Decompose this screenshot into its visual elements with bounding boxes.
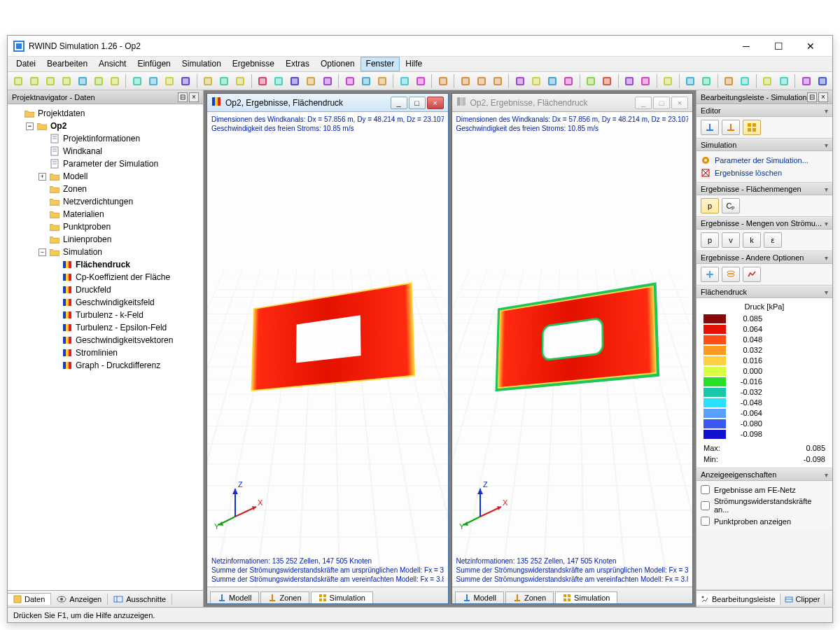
- toolbar-win-tile[interactable]: [584, 74, 598, 89]
- section-header[interactable]: Ergebnisse - Mengen von Strömu...: [701, 219, 822, 227]
- toolbar-gear-red[interactable]: [233, 74, 248, 89]
- result-btn-ε[interactable]: ε: [764, 232, 782, 248]
- toolbar-help[interactable]: [760, 74, 775, 89]
- viewport-1[interactable]: Dimensionen des Windkanals: Dx = 57.856 …: [207, 112, 448, 587]
- tree-item[interactable]: Zonen: [63, 183, 87, 195]
- toolbar-line-graph[interactable]: [512, 74, 527, 89]
- toolbar-win-cascade[interactable]: [600, 74, 615, 89]
- tree-item[interactable]: Netzverdichtungen: [63, 195, 133, 208]
- menu-fenster[interactable]: Fenster: [360, 57, 400, 71]
- tree-item[interactable]: Graph - Druckdifferenz: [76, 359, 160, 372]
- mdi-maximize-button[interactable]: □: [409, 97, 426, 109]
- toolbar-open[interactable]: [27, 74, 41, 89]
- toolbar-layers-3[interactable]: [490, 74, 505, 89]
- toolbar-measure[interactable]: [722, 74, 736, 89]
- right-tab-bearbeitungsleiste[interactable]: Bearbeitungsleiste: [696, 594, 780, 605]
- view-tab-simulation[interactable]: Simulation: [311, 592, 373, 603]
- tree-item[interactable]: Simulation: [63, 246, 102, 258]
- result-btn-v[interactable]: v: [722, 232, 740, 248]
- opt-btn-2[interactable]: [722, 267, 740, 282]
- toolbar-rotate-ccw[interactable]: [342, 74, 357, 89]
- tree-item[interactable]: Projektinformationen: [63, 132, 140, 145]
- toolbar-arrow-right[interactable]: [528, 74, 543, 89]
- mdi-minimize-button[interactable]: _: [391, 97, 407, 109]
- toolbar-screen-full[interactable]: [304, 74, 318, 89]
- toolbar-ruler[interactable]: [683, 74, 698, 89]
- toolbar-box-edges[interactable]: [272, 74, 286, 89]
- view-tab-zonen[interactable]: Zonen: [260, 592, 309, 603]
- toolbar-rotate-cw[interactable]: [358, 74, 373, 89]
- editor-btn-3[interactable]: [743, 120, 761, 135]
- section-header[interactable]: Ergebnisse - Flächenmengen: [701, 185, 802, 193]
- toolbar-expand[interactable]: [320, 74, 335, 89]
- menu-datei[interactable]: Datei: [10, 57, 41, 71]
- editor-btn-2[interactable]: [722, 120, 740, 135]
- display-check[interactable]: Strömungswiderstandskräfte an...: [701, 496, 828, 515]
- tree-item[interactable]: Punktproben: [63, 220, 111, 233]
- section-header[interactable]: Anzeigeeigenschaften: [701, 470, 776, 479]
- toolbar-save[interactable]: [43, 74, 57, 89]
- panel-pin-button[interactable]: ⊟: [807, 92, 817, 102]
- toolbar-rotate-free[interactable]: [374, 74, 389, 89]
- display-check[interactable]: Ergebnisse am FE-Netz: [701, 484, 828, 496]
- toolbar-grid[interactable]: [162, 74, 177, 89]
- menu-hilfe[interactable]: Hilfe: [400, 57, 428, 71]
- tree-item[interactable]: Windkanal: [63, 145, 102, 158]
- section-header[interactable]: Editor: [701, 106, 721, 115]
- tree-expand-icon[interactable]: −: [26, 122, 34, 130]
- nav-tab-anzeigen[interactable]: Anzeigen: [51, 594, 108, 605]
- opt-btn-3[interactable]: [743, 267, 761, 282]
- toolbar-clip-dd[interactable]: [638, 74, 653, 89]
- mdi-titlebar-2[interactable]: Op2, Ergebnisse, Flächendruck _ □ ×: [452, 94, 693, 112]
- toolbar-settings[interactable]: [699, 74, 714, 89]
- tree-item[interactable]: Geschwindigkeitsvektoren: [76, 334, 173, 346]
- toolbar-color-yellow[interactable]: [738, 74, 752, 89]
- toolbar-print[interactable]: [75, 74, 90, 89]
- view-tab-modell[interactable]: Modell: [455, 592, 504, 603]
- right-tab-clipper[interactable]: Clipper: [780, 594, 825, 605]
- toolbar-layers-2[interactable]: [474, 74, 489, 89]
- tree-item[interactable]: Materialien: [63, 208, 104, 220]
- mdi-minimize-button[interactable]: _: [635, 97, 652, 109]
- result-btn-p[interactable]: p: [701, 198, 719, 214]
- sim-params-link[interactable]: Parameter der Simulation...: [701, 154, 828, 167]
- tree-expand-icon[interactable]: +: [38, 173, 46, 181]
- tree-item[interactable]: Druckfeld: [76, 284, 111, 296]
- toolbar-mesh-wire[interactable]: [146, 74, 160, 89]
- tree-item[interactable]: Stromlinien: [76, 346, 118, 359]
- view-tab-zonen[interactable]: Zonen: [505, 592, 554, 603]
- section-header[interactable]: Flächendruck: [701, 288, 747, 296]
- toolbar-cube-view[interactable]: [397, 74, 412, 89]
- checkbox[interactable]: [701, 517, 710, 526]
- result-btn-k[interactable]: k: [743, 232, 761, 248]
- tree-expand-icon[interactable]: −: [38, 248, 46, 256]
- navigator-pin-button[interactable]: ⊟: [178, 92, 188, 102]
- toolbar-undo[interactable]: [91, 74, 106, 89]
- toolbar-arrow-fwd[interactable]: [545, 74, 560, 89]
- opt-btn-1[interactable]: [701, 267, 719, 282]
- view-tab-simulation[interactable]: Simulation: [555, 592, 617, 603]
- mdi-titlebar-1[interactable]: Op2, Ergebnisse, Flächendruck _ □ ×: [207, 94, 448, 112]
- tree-item[interactable]: Parameter der Simulation: [63, 158, 158, 170]
- toolbar-layers-1[interactable]: [458, 74, 472, 89]
- menu-einfügen[interactable]: Einfügen: [132, 57, 176, 71]
- toolbar-wrench[interactable]: [799, 74, 813, 89]
- toolbar-save-all[interactable]: [59, 74, 74, 89]
- section-header[interactable]: Simulation: [701, 141, 736, 149]
- checkbox[interactable]: [701, 501, 710, 510]
- toolbar-gear-yellow[interactable]: [201, 74, 216, 89]
- sim-clear-link[interactable]: Ergebnisse löschen: [701, 167, 828, 179]
- tree-item[interactable]: Linienproben: [63, 233, 111, 246]
- tree-item[interactable]: Modell: [63, 170, 88, 183]
- panel-close-button[interactable]: ×: [818, 92, 828, 102]
- toolbar-screen-select[interactable]: [288, 74, 302, 89]
- toolbar-box-iso[interactable]: [255, 74, 270, 89]
- tree-project-label[interactable]: Op2: [50, 120, 66, 132]
- menu-ansicht[interactable]: Ansicht: [93, 57, 132, 71]
- tree-item[interactable]: Cp-Koeffizient der Fläche: [76, 271, 170, 284]
- minimize-button[interactable]: ─: [730, 36, 762, 56]
- menu-bearbeiten[interactable]: Bearbeiten: [41, 57, 93, 71]
- toolbar-new-file[interactable]: [10, 74, 25, 89]
- result-btn-Cₚ[interactable]: Cₚ: [722, 198, 740, 214]
- view-tab-modell[interactable]: Modell: [210, 592, 259, 603]
